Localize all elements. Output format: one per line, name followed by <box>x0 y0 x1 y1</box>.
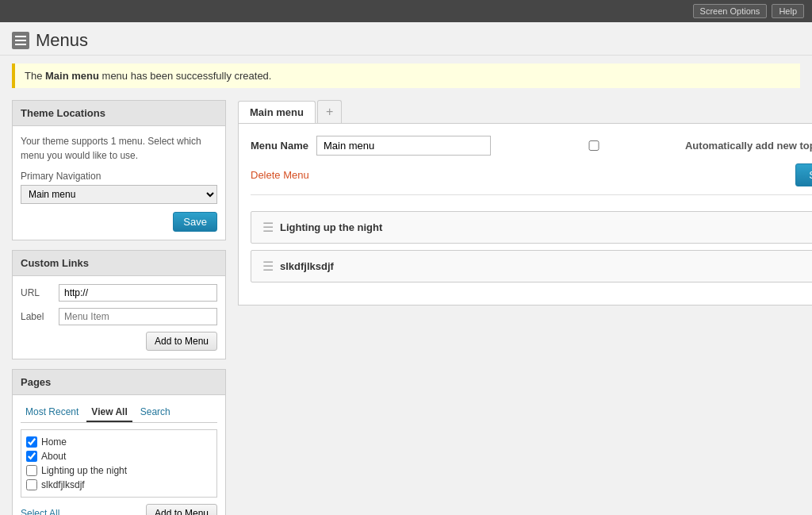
table-row: ☰ Lighting up the night PAGE ▾ <box>251 211 812 244</box>
primary-nav-label: Primary Navigation <box>21 171 217 182</box>
page-lighting-checkbox[interactable] <box>26 465 37 476</box>
page-slk-label: slkdfjlksdjf <box>41 479 85 490</box>
table-row: ☰ slkdfjlksdjf PAGE ▾ <box>251 250 812 282</box>
menu-items-container: ☰ Lighting up the night PAGE ▾ ☰ slkdfjl… <box>251 207 812 293</box>
menu-item-left-0: ☰ Lighting up the night <box>262 220 382 235</box>
primary-nav-select[interactable]: Main menu <box>21 185 217 204</box>
tab-search[interactable]: Search <box>136 403 175 422</box>
right-panel: Main menu + Menu Name Automatically add … <box>238 100 812 515</box>
custom-links-panel: Custom Links URL Label Add to Menu <box>12 250 226 359</box>
top-bar: Screen Options Help <box>0 0 812 22</box>
list-item: Lighting up the night <box>26 463 212 478</box>
pages-add-button[interactable]: Add to Menu <box>146 504 217 515</box>
theme-locations-header: Theme Locations <box>13 101 225 126</box>
url-label: URL <box>21 287 52 298</box>
svg-rect-1 <box>15 40 26 41</box>
drag-handle-icon[interactable]: ☰ <box>262 259 274 274</box>
theme-locations-body: Your theme supports 1 menu. Select which… <box>13 126 225 240</box>
menu-item-left-1: ☰ slkdfjlksdjf <box>262 259 334 274</box>
main-content: Theme Locations Your theme supports 1 me… <box>0 96 812 515</box>
page-about-label: About <box>41 451 66 462</box>
menu-item-title-0: Lighting up the night <box>280 221 382 233</box>
drag-handle-icon[interactable]: ☰ <box>262 220 274 235</box>
custom-links-body: URL Label Add to Menu <box>13 276 225 359</box>
svg-rect-0 <box>15 36 26 37</box>
delete-menu-link[interactable]: Delete Menu <box>251 169 309 181</box>
notice-text-before: The <box>25 70 42 82</box>
select-all-link[interactable]: Select All <box>21 508 59 515</box>
left-panel: Theme Locations Your theme supports 1 me… <box>12 100 226 515</box>
svg-rect-2 <box>15 44 26 45</box>
page-home-checkbox[interactable] <box>26 436 37 448</box>
menu-name-input[interactable] <box>316 136 491 156</box>
url-input[interactable] <box>59 284 217 302</box>
primary-nav-select-wrapper: Main menu <box>21 185 217 204</box>
menu-editor-box: Menu Name Automatically add new top-leve… <box>238 123 812 306</box>
pages-list: Home About Lighting up the night slkdfjl… <box>21 429 217 498</box>
auto-add-label: Automatically add new top-level pages <box>507 140 812 152</box>
success-notice: The Main menu menu has been successfully… <box>12 63 800 88</box>
list-item: slkdfjlksdjf <box>26 478 212 492</box>
label-label: Label <box>21 311 52 322</box>
pages-actions: Select All Add to Menu <box>21 504 217 515</box>
add-menu-tab-button[interactable]: + <box>317 100 342 123</box>
tab-most-recent[interactable]: Most Recent <box>21 403 83 422</box>
auto-add-text: Automatically add new top-level pages <box>685 140 812 152</box>
page-slk-checkbox[interactable] <box>26 479 37 490</box>
menu-actions-row: Delete Menu Save Menu <box>251 163 812 195</box>
theme-description: Your theme supports 1 menu. Select which… <box>21 134 217 163</box>
menus-icon <box>12 32 29 49</box>
custom-links-add-button[interactable]: Add to Menu <box>146 332 217 351</box>
label-row: Label <box>21 308 217 325</box>
page-home-label: Home <box>41 436 67 448</box>
menu-tabs-bar: Main menu + <box>238 100 812 123</box>
pages-header: Pages <box>13 370 225 395</box>
url-row: URL <box>21 284 217 302</box>
theme-locations-save-button[interactable]: Save <box>173 212 217 232</box>
pages-tabs: Most Recent View All Search <box>21 403 217 423</box>
tab-main-menu[interactable]: Main menu <box>238 101 316 123</box>
menu-item-title-1: slkdfjlksdjf <box>280 260 334 272</box>
page-title-bar: Menus <box>0 22 812 56</box>
menu-icon-svg <box>15 35 26 46</box>
notice-bold: Main menu <box>45 70 99 82</box>
menu-name-row: Menu Name Automatically add new top-leve… <box>251 136 812 156</box>
help-button[interactable]: Help <box>772 4 804 18</box>
menu-name-label: Menu Name <box>251 140 308 152</box>
save-menu-button[interactable]: Save Menu <box>795 163 812 186</box>
auto-add-checkbox[interactable] <box>507 140 681 151</box>
pages-panel: Pages Most Recent View All Search Home A… <box>12 369 226 515</box>
page-lighting-label: Lighting up the night <box>41 465 127 476</box>
list-item: About <box>26 449 212 463</box>
custom-links-header: Custom Links <box>13 251 225 276</box>
notice-text-after: menu has been successfully created. <box>102 70 272 82</box>
page-title: Menus <box>36 30 88 51</box>
tab-view-all[interactable]: View All <box>86 403 132 422</box>
screen-options-button[interactable]: Screen Options <box>693 4 768 18</box>
label-input[interactable] <box>59 308 217 325</box>
pages-body: Most Recent View All Search Home About <box>13 395 225 515</box>
list-item: Home <box>26 435 212 449</box>
theme-locations-panel: Theme Locations Your theme supports 1 me… <box>12 100 226 240</box>
page-about-checkbox[interactable] <box>26 451 37 462</box>
